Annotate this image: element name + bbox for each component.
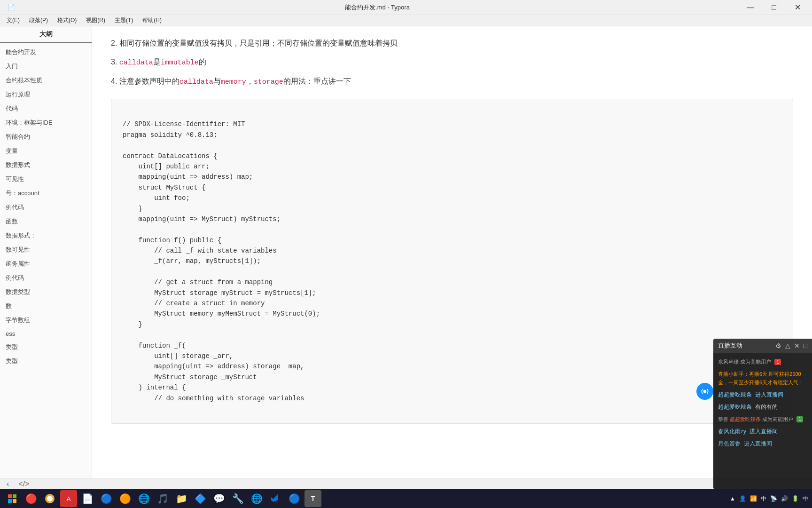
content-area[interactable]: 2. 相同存储位置的变量赋值没有拷贝，只是引用；不同存储位置的变量赋值意味着拷贝… bbox=[92, 26, 812, 489]
taskbar-icon-app9[interactable]: 🔷 bbox=[192, 490, 209, 507]
taskbar-icon-app12[interactable]: 🌐 bbox=[248, 490, 265, 507]
code-block[interactable]: // SPDX-License-Identifier: MIT pragma s… bbox=[111, 99, 793, 424]
storage-code: storage bbox=[254, 78, 283, 86]
svg-rect-3 bbox=[8, 499, 12, 503]
calldata-code2: calldata bbox=[180, 78, 213, 86]
minimize-button[interactable]: — bbox=[740, 0, 761, 15]
taskbar-icon-ubuntu[interactable]: 🔴 bbox=[23, 490, 39, 507]
chat-action-4: 进入直播间 bbox=[744, 440, 772, 447]
list-num-2: 2. bbox=[111, 39, 117, 47]
taskbar: 🔴 A 📄 🔵 🟠 🌐 🎵 📁 🔷 💬 🔧 🌐 🔵 T ▲ 👤 📶 中 📡 🔊 … bbox=[0, 489, 812, 508]
floating-live-button[interactable] bbox=[696, 383, 713, 400]
sidebar-item-0[interactable]: 能合约开发 bbox=[0, 45, 92, 59]
sidebar-item-21[interactable]: 类型 bbox=[0, 340, 92, 354]
menu-theme[interactable]: 主题(T) bbox=[110, 16, 138, 25]
taskbar-upload: 📶 bbox=[750, 495, 757, 502]
live-panel-header: 直播互动 ⚙ △ ✕ □ bbox=[713, 339, 812, 353]
svg-point-6 bbox=[47, 496, 53, 501]
code-mystruct-memory: MyStruct memory myMemStruct = MyStruct(0… bbox=[123, 310, 320, 318]
sidebar-item-3[interactable]: 运行原理 bbox=[0, 87, 92, 102]
sidebar-item-13[interactable]: 数据形式： bbox=[0, 229, 92, 243]
code-contract: contract DataLocations { bbox=[123, 152, 218, 160]
sidebar-item-12[interactable]: 函数 bbox=[0, 214, 92, 229]
close-button[interactable]: ✕ bbox=[787, 0, 808, 15]
chat-system-msg: 直播小助手：再播6天,即可获得2500金，一周至少开播6天才有稳定人气！ bbox=[718, 371, 804, 385]
menu-paragraph[interactable]: 段落(P) bbox=[24, 16, 53, 25]
sidebar-item-6[interactable]: 智能合约 bbox=[0, 130, 92, 144]
sidebar-item-4[interactable]: 代码 bbox=[0, 102, 92, 116]
taskbar-icon-app1[interactable] bbox=[41, 490, 58, 507]
sidebar-item-16[interactable]: 例代码 bbox=[0, 271, 92, 285]
taskbar-icon-typora[interactable]: T bbox=[304, 490, 321, 507]
live-icon-expand[interactable]: □ bbox=[804, 342, 807, 349]
sidebar-item-8[interactable]: 数据形式 bbox=[0, 158, 92, 172]
taskbar-icon-app3[interactable]: 📄 bbox=[79, 490, 96, 507]
chat-badge-1: 1 bbox=[774, 359, 781, 365]
sidebar-item-11[interactable]: 例代码 bbox=[0, 200, 92, 214]
taskbar-icon-app7[interactable]: 🎵 bbox=[154, 490, 171, 507]
chat-username-1: 超超爱吃辣条 bbox=[718, 391, 752, 398]
menu-file[interactable]: 文(E) bbox=[2, 16, 24, 25]
sidebar-item-17[interactable]: 数据类型 bbox=[0, 285, 92, 299]
taskbar-icon-app5[interactable]: 🟠 bbox=[117, 490, 133, 507]
immutable-code: immutable bbox=[161, 59, 199, 67]
taskbar-temp: ▲ bbox=[730, 495, 735, 502]
chat-prev-text: 东风草绿 成为高能用户 bbox=[718, 359, 771, 365]
nav-arrows: ‹ </> bbox=[4, 479, 32, 489]
code-param-mystruct: MyStruct storage _myStruct bbox=[123, 373, 257, 381]
sidebar-item-10[interactable]: 号：account bbox=[0, 186, 92, 200]
chat-action-3: 进入直播间 bbox=[750, 428, 778, 435]
maximize-button[interactable]: □ bbox=[763, 0, 785, 15]
sidebar-item-1[interactable]: 入门 bbox=[0, 59, 92, 73]
sidebar-item-20[interactable]: ess bbox=[0, 327, 92, 340]
live-chat-content: 东风草绿 成为高能用户 1 直播小助手：再播6天,即可获得2500金，一周至少开… bbox=[713, 353, 812, 486]
code-mystructs: mapping(uint => MyStruct) myStructs; bbox=[123, 215, 281, 223]
live-panel-title: 直播互动 bbox=[718, 341, 742, 350]
list-text-2: 相同存储位置的变量赋值没有拷贝，只是引用；不同存储位置的变量赋值意味着拷贝 bbox=[119, 39, 398, 47]
taskbar-icon-app6[interactable]: 🌐 bbox=[135, 490, 152, 507]
sidebar-item-22[interactable]: 类型 bbox=[0, 354, 92, 368]
sidebar-item-7[interactable]: 变量 bbox=[0, 144, 92, 158]
taskbar-icon-app11[interactable]: 🔧 bbox=[229, 490, 246, 507]
typora-label: T bbox=[311, 495, 315, 502]
taskbar-icon-app10[interactable]: 💬 bbox=[211, 490, 227, 507]
taskbar-icon-app4[interactable]: 🔵 bbox=[98, 490, 115, 507]
taskbar-icon-browser[interactable]: 🔵 bbox=[286, 490, 303, 507]
chat-text-2: 有的有的 bbox=[755, 404, 778, 410]
chat-item-user4: 月色留香 进入直播间 bbox=[713, 437, 812, 450]
menu-format[interactable]: 格式(O) bbox=[53, 16, 81, 25]
code-comment-5: // do something with storage variables bbox=[123, 395, 304, 402]
code-internal: ) internal { bbox=[123, 384, 186, 391]
menu-view[interactable]: 视图(R) bbox=[81, 16, 110, 25]
svg-rect-4 bbox=[13, 499, 16, 503]
windows-icon bbox=[8, 494, 17, 503]
nav-left-arrow[interactable]: ‹ bbox=[4, 479, 12, 489]
title-bar: 📄 能合约开发.md - Typora — □ ✕ bbox=[0, 0, 812, 15]
taskbar-icon-app2[interactable]: A bbox=[60, 490, 77, 507]
live-icon-settings[interactable]: ⚙ bbox=[775, 342, 781, 349]
menu-bar: 文(E) 段落(P) 格式(O) 视图(R) 主题(T) 帮助(H) bbox=[0, 15, 812, 26]
sidebar-item-9[interactable]: 可见性 bbox=[0, 172, 92, 186]
nav-code-icon[interactable]: </> bbox=[16, 479, 32, 489]
window-controls: — □ ✕ bbox=[740, 0, 808, 15]
sidebar-item-18[interactable]: 数 bbox=[0, 299, 92, 313]
code-mystruct-storage: MyStruct storage myStruct = myStructs[1]… bbox=[123, 289, 316, 297]
sidebar-item-5[interactable]: 环境：框架与IDE bbox=[0, 116, 92, 130]
code-comment-1: // SPDX-License-Identifier: MIT bbox=[123, 120, 245, 128]
app1-icon bbox=[44, 493, 55, 504]
calldata-code: calldata bbox=[119, 59, 153, 67]
taskbar-icon-app13[interactable] bbox=[267, 490, 284, 507]
sidebar-item-14[interactable]: 数可见性 bbox=[0, 243, 92, 257]
sidebar-item-2[interactable]: 合约根本性质 bbox=[0, 73, 92, 87]
sidebar-item-15[interactable]: 函务属性 bbox=[0, 257, 92, 271]
taskbar-keyboard[interactable]: 中 bbox=[761, 495, 766, 503]
code-pragma: pragma solidity ^0.8.13; bbox=[123, 131, 218, 139]
list-num-4: 4. bbox=[111, 77, 117, 85]
live-icon-refresh[interactable]: △ bbox=[785, 342, 790, 349]
taskbar-icon-start[interactable] bbox=[4, 490, 21, 507]
taskbar-icon-app8[interactable]: 📁 bbox=[173, 490, 190, 507]
menu-help[interactable]: 帮助(H) bbox=[138, 16, 166, 25]
code-map: mapping(uint => address) map; bbox=[123, 173, 253, 181]
live-icon-close2[interactable]: ✕ bbox=[794, 342, 800, 349]
sidebar-item-19[interactable]: 字节数组 bbox=[0, 313, 92, 327]
